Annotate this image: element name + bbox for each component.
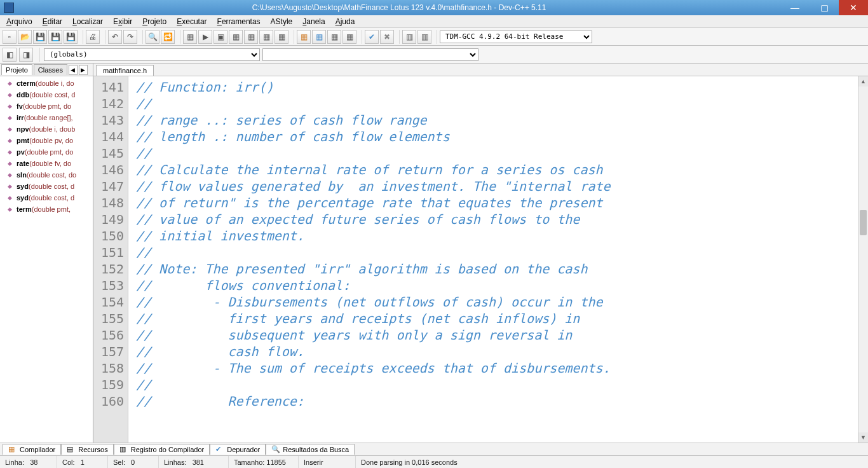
- check-icon[interactable]: ✔: [365, 30, 379, 44]
- compiler-selector[interactable]: TDM-GCC 4.9.2 64-bit Release: [440, 31, 592, 43]
- left-tabs: Projeto Classes ◀ ▶: [0, 64, 93, 76]
- bottom-tabs: ▦Compilador ▤Recursos ▥Registro do Compi…: [0, 443, 868, 455]
- chart-icon[interactable]: ▥: [402, 30, 416, 44]
- tab-compilador[interactable]: ▦Compilador: [3, 444, 61, 455]
- tab-nav-left-icon[interactable]: ◀: [69, 65, 78, 75]
- class-item-sig: (double i, doub: [29, 125, 76, 133]
- class-item-name: npv: [17, 125, 29, 133]
- open-file-icon[interactable]: 📂: [18, 30, 32, 44]
- cancel-icon[interactable]: ✖: [380, 30, 394, 44]
- toolbar-sep: [177, 30, 180, 44]
- class-item-name: fv: [17, 102, 23, 110]
- back-icon[interactable]: ◧: [3, 48, 17, 62]
- close-button[interactable]: ✕: [839, 0, 868, 15]
- maximize-button[interactable]: ▢: [810, 0, 839, 15]
- class-item[interactable]: ◆syd (double cost, d: [1, 192, 93, 203]
- save-as-icon[interactable]: 💾: [64, 30, 78, 44]
- tab-classes[interactable]: Classes: [34, 64, 67, 75]
- class-item-name: ddb: [17, 91, 29, 99]
- tab-nav-right-icon[interactable]: ▶: [79, 65, 88, 75]
- class-item[interactable]: ◆rate (double fv, do: [1, 158, 93, 169]
- class-item[interactable]: ◆irr (double range[],: [1, 112, 93, 123]
- scope-selector[interactable]: (globals): [44, 48, 260, 61]
- new-file-icon[interactable]: ▫: [3, 30, 17, 44]
- scroll-up-icon[interactable]: ▲: [858, 76, 868, 86]
- class-item[interactable]: ◆syd (double cost, d: [1, 181, 93, 192]
- class-item[interactable]: ◆term (double pmt,: [1, 203, 93, 215]
- menu-executar[interactable]: Executar: [173, 16, 210, 27]
- menu-exibir[interactable]: Exibir: [109, 16, 136, 27]
- class-item[interactable]: ◆fv (double pmt, do: [1, 100, 93, 112]
- code-text[interactable]: // Function: irr() // // range ..: serie…: [128, 76, 858, 443]
- menu-janela[interactable]: Janela: [299, 16, 329, 27]
- minimize-button[interactable]: —: [780, 0, 810, 15]
- grid4-icon[interactable]: ▦: [342, 30, 356, 44]
- undo-icon[interactable]: ↶: [108, 30, 122, 44]
- compile-run-icon[interactable]: ▣: [214, 30, 227, 44]
- class-item[interactable]: ◆sln (double cost, do: [1, 169, 93, 181]
- menu-arquivo[interactable]: Arquivo: [3, 16, 36, 27]
- method-icon: ◆: [8, 149, 14, 155]
- method-icon: ◆: [8, 92, 14, 98]
- member-selector[interactable]: [262, 48, 478, 61]
- print-icon[interactable]: 🖨: [86, 30, 100, 44]
- class-item[interactable]: ◆pmt (double pv, do: [1, 135, 93, 146]
- class-item-sig: (double pv, do: [29, 137, 73, 144]
- compile-icon[interactable]: ▦: [183, 30, 197, 44]
- debug-icon[interactable]: ▦: [244, 30, 258, 44]
- class-item[interactable]: ◆npv (double i, doub: [1, 123, 93, 135]
- grid2-icon[interactable]: ▦: [312, 30, 326, 44]
- tab-projeto[interactable]: Projeto: [1, 64, 32, 75]
- method-icon: ◆: [8, 160, 14, 167]
- menu-ferramentas[interactable]: Ferramentas: [214, 16, 264, 27]
- save-icon[interactable]: 💾: [33, 30, 47, 44]
- tab-depurador[interactable]: ✔Depurador: [210, 444, 266, 455]
- method-icon: ◆: [8, 183, 14, 189]
- method-icon: ◆: [8, 195, 14, 201]
- class-item-name: irr: [17, 114, 24, 121]
- toolbar-sep: [291, 30, 294, 44]
- toolbar-sep: [434, 30, 437, 44]
- replace-icon[interactable]: 🔁: [161, 30, 175, 44]
- menu-ajuda[interactable]: Ajuda: [332, 16, 359, 27]
- class-item[interactable]: ◆cterm (double i, do: [1, 78, 93, 89]
- scroll-thumb[interactable]: [860, 210, 867, 235]
- class-list[interactable]: ◆cterm (double i, do◆ddb (double cost, d…: [0, 76, 93, 443]
- window-title: C:\Users\Augusto\Desktop\MathFinance Lot…: [18, 3, 780, 12]
- status-linha: Linha: 38: [0, 456, 57, 468]
- profile-icon[interactable]: ▦: [275, 30, 288, 44]
- stop-icon[interactable]: ▦: [259, 30, 273, 44]
- editor-tab-mathfinance[interactable]: mathfinance.h: [96, 65, 154, 76]
- method-icon: ◆: [8, 114, 14, 121]
- grid-icon[interactable]: ▦: [297, 30, 311, 44]
- method-icon: ◆: [8, 80, 14, 86]
- class-item-name: syd: [17, 194, 29, 202]
- tab-registro[interactable]: ▥Registro do Compilador: [114, 444, 210, 455]
- class-item-name: pv: [17, 148, 25, 156]
- status-tamanho: Tamanho: 11855: [229, 456, 299, 468]
- vertical-scrollbar[interactable]: ▲ ▼: [858, 76, 868, 443]
- menu-localizar[interactable]: Localizar: [69, 16, 107, 27]
- app-icon: [4, 3, 14, 13]
- class-item[interactable]: ◆pv (double pmt, do: [1, 146, 93, 158]
- scroll-down-icon[interactable]: ▼: [858, 432, 868, 443]
- status-parse: Done parsing in 0,016 seconds: [356, 456, 868, 468]
- menu-editar[interactable]: Editar: [39, 16, 66, 27]
- save-all-icon[interactable]: 💾: [48, 30, 62, 44]
- run-icon[interactable]: ▶: [198, 30, 212, 44]
- menu-projeto[interactable]: Projeto: [139, 16, 170, 27]
- rebuild-icon[interactable]: ▦: [229, 30, 243, 44]
- redo-icon[interactable]: ↷: [123, 30, 137, 44]
- class-item[interactable]: ◆ddb (double cost, d: [1, 89, 93, 100]
- class-item-sig: (double pmt, do: [25, 148, 73, 156]
- toolbar-sep: [140, 30, 143, 44]
- forward-icon[interactable]: ◨: [19, 48, 33, 62]
- find-icon[interactable]: 🔍: [146, 30, 159, 44]
- grid3-icon[interactable]: ▦: [327, 30, 341, 44]
- chart2-icon[interactable]: ▥: [417, 30, 431, 44]
- tab-recursos[interactable]: ▤Recursos: [61, 444, 113, 455]
- tab-resultados[interactable]: 🔍Resultados da Busca: [266, 444, 355, 455]
- menu-astyle[interactable]: AStyle: [267, 16, 297, 27]
- class-item-name: cterm: [17, 79, 36, 87]
- class-item-sig: (double range[],: [24, 114, 73, 121]
